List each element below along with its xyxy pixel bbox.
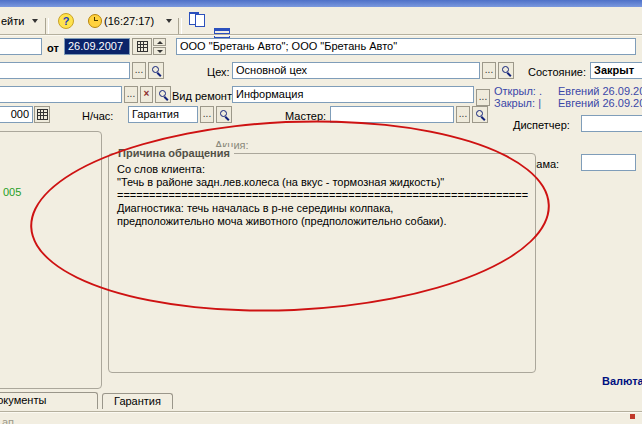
goto-button[interactable]: ейти bbox=[1, 15, 38, 27]
client-ellipsis-button[interactable]: ... bbox=[132, 62, 146, 79]
date-label: от bbox=[47, 42, 59, 54]
opened-by-value[interactable]: Евгений 26.09.20 bbox=[558, 85, 642, 97]
document-structure-icon[interactable] bbox=[188, 11, 205, 27]
dispatcher-label: Диспетчер: bbox=[513, 119, 570, 131]
closed-by-label: Закрыл: | bbox=[494, 97, 541, 109]
dropdown-arrow-icon bbox=[32, 19, 38, 23]
client-field[interactable] bbox=[0, 62, 130, 79]
bottom-divider bbox=[0, 412, 642, 413]
workshop-field[interactable]: Основной цех bbox=[232, 62, 480, 79]
repair-type-ellipsis-button[interactable]: ... bbox=[476, 89, 490, 106]
nhour-field[interactable]: Гарантия bbox=[128, 106, 198, 123]
closed-by-value[interactable]: Евгений 26.09.20 bbox=[558, 97, 642, 109]
opened-by-label: Открыл: . bbox=[494, 85, 542, 97]
repair-type-field[interactable]: Информация bbox=[232, 86, 474, 103]
tab-documents-label: Документы bbox=[0, 394, 46, 406]
client-search-button[interactable] bbox=[148, 62, 164, 79]
master-search-button[interactable] bbox=[472, 106, 488, 123]
workshop-label: Цех: bbox=[207, 66, 230, 78]
arrow-up-icon bbox=[157, 41, 163, 44]
red-mark bbox=[630, 414, 635, 419]
dispatcher-field[interactable] bbox=[581, 115, 642, 132]
vehicle-ellipsis-button[interactable]: ... bbox=[124, 86, 138, 103]
workshop-search-button[interactable] bbox=[498, 62, 514, 79]
company-field[interactable]: ООО "Бретань Авто"; ООО "Бретань Авто" bbox=[176, 38, 636, 55]
repair-type-label: Вид ремонта: bbox=[172, 90, 241, 102]
nhour-label: Н/час: bbox=[82, 110, 113, 122]
calendar-button[interactable] bbox=[132, 38, 152, 55]
clipped-bottom-text: ап bbox=[2, 416, 14, 424]
date-spinner bbox=[153, 38, 166, 55]
master-ellipsis-button[interactable]: ... bbox=[456, 106, 470, 123]
document-number-field[interactable] bbox=[0, 38, 42, 55]
magnifier-icon bbox=[218, 108, 231, 121]
calculator-button[interactable] bbox=[34, 106, 50, 123]
nhour-ellipsis-button[interactable]: ... bbox=[200, 106, 214, 123]
date-field[interactable]: 26.09.2007 bbox=[64, 38, 130, 55]
vehicle-clear-button[interactable]: × bbox=[140, 86, 153, 103]
currency-label: Валюта bbox=[602, 375, 642, 387]
magnifier-icon bbox=[150, 64, 163, 77]
tab-warranty-label: Гарантия bbox=[114, 395, 161, 407]
magnifier-icon bbox=[157, 88, 170, 101]
vehicle-field[interactable] bbox=[0, 86, 122, 103]
time-label[interactable]: (16:27:17) bbox=[104, 15, 154, 27]
green-number: 005 bbox=[3, 186, 21, 198]
spin-up-button[interactable] bbox=[153, 38, 166, 46]
calendar-icon bbox=[137, 41, 148, 52]
clock-icon[interactable] bbox=[88, 14, 102, 28]
magnifier-icon bbox=[500, 64, 513, 77]
window-titlebar bbox=[0, 0, 642, 7]
nhour-search-button[interactable] bbox=[216, 106, 232, 123]
spin-down-button[interactable] bbox=[153, 47, 166, 55]
toolbar: ейти ? (16:27:17) bbox=[0, 7, 642, 34]
help-icon[interactable]: ? bbox=[58, 13, 74, 29]
tab-documents[interactable]: Документы bbox=[0, 392, 98, 409]
workshop-ellipsis-button[interactable]: ... bbox=[482, 62, 496, 79]
hours-field[interactable]: 000 bbox=[0, 106, 33, 123]
advert-field[interactable] bbox=[581, 154, 636, 171]
magnifier-icon bbox=[474, 108, 487, 121]
calculator-icon bbox=[37, 109, 48, 120]
goto-button-label: ейти bbox=[1, 15, 24, 27]
arrow-down-icon bbox=[157, 50, 163, 53]
vehicle-search-button[interactable] bbox=[155, 86, 171, 103]
toolbar-divider bbox=[0, 35, 642, 36]
time-dropdown-arrow-icon[interactable] bbox=[166, 19, 172, 23]
state-field[interactable]: Закрыт bbox=[590, 62, 642, 79]
tab-warranty[interactable]: Гарантия bbox=[102, 393, 173, 409]
state-label: Состояние: bbox=[528, 66, 586, 78]
